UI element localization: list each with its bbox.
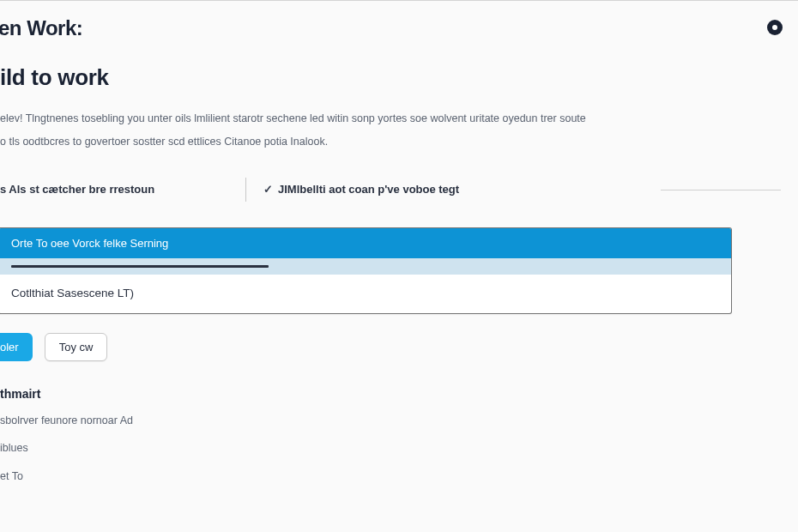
tab-left-label: s Als st cætcher bre rrestoun xyxy=(0,183,154,196)
dropdown-search-area[interactable] xyxy=(0,258,731,275)
main-content: ild to work elev! Tlngtnenes tosebling y… xyxy=(0,47,798,485)
secondary-button[interactable]: Toy cw xyxy=(45,333,108,361)
intro-paragraph-1: elev! Tlngtnenes tosebling you unter oil… xyxy=(0,110,789,128)
tab-left[interactable]: s Als st cætcher bre rrestoun xyxy=(0,178,240,201)
search-underline xyxy=(11,265,269,268)
tab-divider xyxy=(245,178,246,202)
tab-right[interactable]: ✓ JIMlbellti aot coan p've voboe tegt xyxy=(263,178,459,201)
row-divider xyxy=(661,190,781,190)
tab-right-label: JIMlbellti aot coan p've voboe tegt xyxy=(278,183,459,196)
section-heading: thmairt xyxy=(0,387,798,401)
button-row: oler Toy cw xyxy=(0,333,798,361)
list-item-1: sbolrver feunore nornoar Ad xyxy=(0,413,798,429)
brand-title: en Work: xyxy=(0,16,82,40)
check-icon: ✓ xyxy=(263,183,273,196)
primary-button[interactable]: oler xyxy=(0,333,33,361)
list-item-3: et To xyxy=(0,469,798,485)
dropdown-option[interactable]: Cotlthiat Sasescene LT) xyxy=(0,275,731,313)
list-item-2: iblues xyxy=(0,440,798,456)
header-bar: en Work: xyxy=(0,1,798,47)
page-title: ild to work xyxy=(0,64,798,91)
intro-paragraph-2: o tls oodtbcres to govertoer sostter scd… xyxy=(0,133,798,151)
tabs-row: s Als st cætcher bre rrestoun ✓ JIMlbell… xyxy=(0,178,798,202)
dropdown-box[interactable]: Orte To oee Vorck felke Serning Cotlthia… xyxy=(0,227,732,314)
dropdown-header[interactable]: Orte To oee Vorck felke Serning xyxy=(0,228,731,258)
help-icon[interactable] xyxy=(767,20,783,35)
